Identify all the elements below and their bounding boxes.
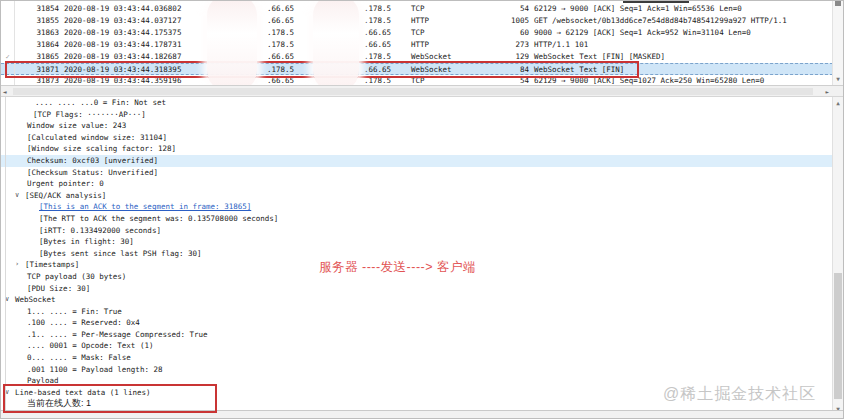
packet-time: 2020-08-19 03:43:44.318395 — [64, 64, 170, 74]
scrollbar-thumb[interactable] — [13, 88, 813, 95]
packet-row[interactable]: 318732020-08-19 03:43:44.359196.66.65.17… — [1, 75, 833, 85]
related-packet-mark-icon — [1, 64, 14, 74]
packet-length: 54 — [502, 75, 529, 85]
detail-line[interactable]: .1.. .... = Per-Message Compressed: True — [1, 329, 832, 341]
detail-line-highlighted[interactable]: Checksum: 0xcf03 [unverified] — [1, 155, 832, 167]
redaction-blur — [313, 1, 359, 85]
related-packet-mark-icon — [1, 75, 14, 85]
detail-line[interactable]: Urgent pointer: 0 — [1, 178, 832, 190]
scroll-right-icon[interactable]: ► — [825, 87, 829, 96]
detail-line[interactable]: 0... .... = Mask: False — [1, 352, 832, 364]
packet-length: 84 — [502, 64, 529, 74]
detail-line[interactable]: .100 .... = Reserved: 0x4 — [1, 317, 832, 329]
detail-line[interactable]: [The RTT to ACK the segment was: 0.13570… — [1, 213, 832, 225]
packet-info: GET /websocket/0b13dd6ce7e54d8d84b748541… — [529, 15, 833, 27]
detail-line[interactable]: .001 1100 = Payload length: 28 — [1, 364, 832, 376]
related-packet-mark-icon — [1, 3, 14, 15]
scroll-down-icon[interactable]: ▼ — [833, 75, 843, 83]
detail-line[interactable]: [PDU Size: 30] — [1, 283, 832, 295]
packet-info: 62129 → 9000 [ACK] Seq=1 Ack=1 Win=65536… — [529, 3, 833, 15]
packet-length: 60 — [502, 27, 529, 39]
detail-line-link[interactable]: [This is an ACK to the segment in frame:… — [1, 201, 832, 213]
packet-time: 2020-08-19 03:43:44.359196 — [64, 75, 170, 85]
packet-time: 2020-08-19 03:43:44.178731 — [64, 39, 170, 51]
packet-list-hscrollbar[interactable]: ◄ ► — [1, 85, 843, 97]
detail-line[interactable]: [Window size scaling factor: 128] — [1, 143, 832, 155]
packet-time: 2020-08-19 03:43:44.037127 — [64, 15, 170, 27]
packet-list-pane: 318542020-08-19 03:43:44.036802.66.65.17… — [1, 1, 833, 85]
related-packet-mark-icon — [1, 39, 14, 51]
packet-protocol: HTTP — [408, 15, 502, 27]
packet-protocol: TCP — [408, 27, 502, 39]
related-packet-mark-icon: ✓ — [1, 51, 14, 63]
scrollbar-thumb[interactable] — [835, 1, 841, 6]
packet-length: 1005 — [502, 15, 529, 27]
packet-no: 31871 — [14, 64, 59, 74]
packet-protocol: TCP — [408, 75, 502, 85]
watermark: @稀土掘金技术社区 — [663, 384, 816, 405]
wireshark-window: 318542020-08-19 03:43:44.036802.66.65.17… — [0, 0, 844, 419]
detail-line[interactable]: [Checksum Status: Unverified] — [1, 167, 832, 179]
pane-border — [5, 97, 6, 413]
packet-time: 2020-08-19 03:43:44.175375 — [64, 27, 170, 39]
packet-time: 2020-08-19 03:43:44.182687 — [64, 51, 170, 63]
packet-row[interactable]: ✓318652020-08-19 03:43:44.182687.66.65.1… — [1, 51, 833, 63]
detail-line[interactable]: Window size value: 243 — [1, 120, 832, 132]
packet-row[interactable]: 318552020-08-19 03:43:44.037127.66.65.17… — [1, 15, 833, 27]
packet-info: HTTP/1.1 101 — [529, 39, 833, 51]
detail-line[interactable]: .... .... ...0 = Fin: Not set — [1, 97, 832, 109]
status-bar — [1, 410, 843, 418]
detail-line[interactable]: [Bytes sent since last PSH flag: 30] — [1, 248, 832, 260]
packet-length: 273 — [502, 39, 529, 51]
expander-collapsed-icon[interactable]: › — [15, 259, 19, 271]
packet-no: 31873 — [14, 75, 59, 85]
packet-row[interactable]: 318642020-08-19 03:43:44.178731.178.5.66… — [1, 39, 833, 51]
detail-line-websocket-root[interactable]: ∨WebSocket — [1, 294, 832, 306]
annotation-server-to-client: 服务器 ----发送----> 客户端 — [319, 259, 476, 276]
packet-no: 31855 — [14, 15, 59, 27]
packet-length: 129 — [502, 51, 529, 63]
detail-line[interactable]: 1... .... = Fin: True — [1, 306, 832, 318]
packet-length: 54 — [502, 3, 529, 15]
detail-line[interactable]: [Bytes in flight: 30] — [1, 236, 832, 248]
packet-no: 31865 — [14, 51, 59, 63]
scroll-up-icon[interactable]: ▲ — [833, 99, 843, 106]
detail-line[interactable]: [Calculated window size: 31104] — [1, 132, 832, 144]
scrollbar-thumb[interactable] — [834, 273, 842, 399]
related-packet-mark-icon — [1, 27, 14, 39]
packet-no: 31854 — [14, 3, 59, 15]
detail-line[interactable]: [iRTT: 0.133492000 seconds] — [1, 225, 832, 237]
details-vscrollbar[interactable]: ▲ ▼ — [832, 97, 843, 413]
redaction-blur — [207, 1, 257, 85]
packet-details-pane: .... .... ...0 = Fin: Not set [TCP Flags… — [1, 97, 832, 413]
packet-info: 9000 → 62129 [ACK] Seq=1 Ack=952 Win=311… — [529, 27, 833, 39]
packet-row[interactable]: 318542020-08-19 03:43:44.036802.66.65.17… — [1, 3, 833, 15]
packet-protocol: WebSocket — [408, 64, 502, 74]
detail-line-subtree[interactable]: ∨[SEQ/ACK analysis] — [1, 190, 832, 202]
related-packet-mark-icon — [1, 15, 14, 27]
packet-row[interactable]: 318632020-08-19 03:43:44.175375.178.5.66… — [1, 27, 833, 39]
column-divider — [14, 1, 15, 85]
detail-line[interactable]: .... 0001 = Opcode: Text (1) — [1, 340, 832, 352]
expander-open-icon[interactable]: ∨ — [15, 190, 19, 202]
packet-list-vscrollbar[interactable]: ▼ — [832, 1, 843, 85]
packet-info: WebSocket Text [FIN] [MASKED] — [529, 51, 833, 63]
packet-no: 31864 — [14, 39, 59, 51]
packet-info: WebSocket Text [FIN] — [529, 64, 833, 74]
cropped-annotation-remnant — [623, 1, 689, 3]
scroll-left-icon[interactable]: ◄ — [3, 87, 7, 96]
packet-protocol: HTTP — [408, 39, 502, 51]
packet-info: 62129 → 9000 [ACK] Seq=1027 Ack=250 Win=… — [529, 75, 833, 85]
packet-protocol: TCP — [408, 3, 502, 15]
detail-line[interactable]: [TCP Flags: ·······AP···] — [1, 109, 832, 121]
packet-time: 2020-08-19 03:43:44.036802 — [64, 3, 170, 15]
packet-protocol: WebSocket — [408, 51, 502, 63]
packet-row-selected[interactable]: 318712020-08-19 03:43:44.318395.178.5.66… — [1, 63, 833, 75]
packet-no: 31863 — [14, 27, 59, 39]
